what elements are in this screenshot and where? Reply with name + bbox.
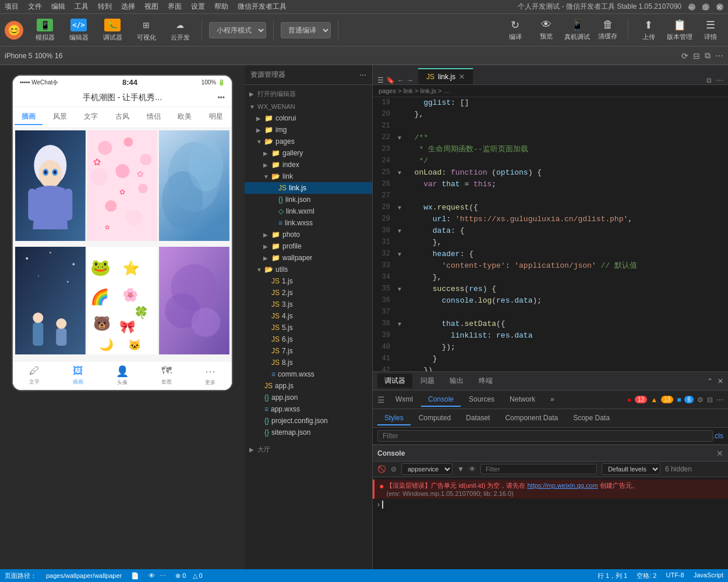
- file-link-wxml[interactable]: ◇ link.wxml: [245, 205, 372, 217]
- menu-item-settings[interactable]: 设置: [191, 2, 205, 12]
- menu-item-wechat[interactable]: 微信开发者工具: [238, 2, 287, 12]
- opened-editors-section[interactable]: ▶ 打开的编辑器: [245, 87, 372, 101]
- clean-cache-button[interactable]: 🗑 清缓存: [595, 19, 621, 41]
- avatar[interactable]: 😊: [5, 21, 23, 40]
- status-eye-icon[interactable]: 👁: [149, 572, 155, 579]
- console-clear-icon[interactable]: ⊘: [391, 465, 397, 473]
- inner-tab-sources[interactable]: Sources: [462, 393, 501, 407]
- style-tab-styles[interactable]: Styles: [377, 411, 411, 425]
- menu-item-interface[interactable]: 界面: [168, 2, 182, 12]
- file-3js[interactable]: JS 3.js: [245, 299, 372, 310]
- tab-link-js[interactable]: JS link.js ✕: [418, 68, 473, 84]
- grid-cell-1[interactable]: [15, 130, 86, 241]
- project-section[interactable]: ▼ WX_WENAN: [245, 101, 372, 112]
- file-project-config[interactable]: {} project.config.json: [245, 415, 372, 427]
- folder-profile[interactable]: ▶ 📁 profile: [245, 240, 372, 252]
- version-mgmt-button[interactable]: 📋 版本管理: [666, 19, 692, 41]
- file-link-js[interactable]: JS link.js: [245, 182, 372, 194]
- compile-select[interactable]: 普通编译: [281, 22, 331, 38]
- file-comm-wxss[interactable]: ≡ comm.wxss: [245, 368, 372, 380]
- compile-button[interactable]: ↻ 编译: [502, 19, 528, 41]
- lobby-section[interactable]: ▶ 大厅: [245, 443, 372, 456]
- menu-item-tools[interactable]: 工具: [75, 2, 89, 12]
- file-tree-menu-icon[interactable]: ⋯: [359, 71, 366, 79]
- file-sitemap[interactable]: {} sitemap.json: [245, 427, 372, 438]
- maximize-button[interactable]: □: [702, 3, 709, 10]
- folder-utils[interactable]: ▼ 📂 utils: [245, 264, 372, 275]
- folder-colorui[interactable]: ▶ 📁 colorui: [245, 112, 372, 124]
- menu-item-file[interactable]: 文件: [28, 2, 42, 12]
- file-link-wxss[interactable]: ≡ link.wxss: [245, 217, 372, 229]
- tabbar-item-avatar[interactable]: 👤 头像: [116, 365, 129, 386]
- tabbar-item-text[interactable]: 🖊 文字: [29, 365, 40, 386]
- devtools-panel-icon[interactable]: ⊟: [707, 396, 713, 404]
- style-tab-scope-data[interactable]: Scope Data: [566, 411, 617, 425]
- phone-more-dots[interactable]: •••: [217, 94, 225, 102]
- grid-cell-2[interactable]: ✿ ✿ ✿ ✿: [87, 130, 158, 241]
- phone-nav[interactable]: 插画 风景 文字 古风 情侣 欧美 明星: [13, 107, 232, 128]
- devtools-tab-output[interactable]: 输出: [443, 374, 471, 388]
- simulator-button[interactable]: 📱 模拟器: [30, 16, 59, 44]
- menu-item-project[interactable]: 项目: [5, 2, 19, 12]
- file-6js[interactable]: JS 6.js: [245, 333, 372, 345]
- tab-back-icon[interactable]: ←: [397, 76, 404, 84]
- menu-item-goto[interactable]: 转到: [98, 2, 112, 12]
- menu-item-select[interactable]: 选择: [121, 2, 135, 12]
- style-tab-computed[interactable]: Computed: [412, 411, 458, 425]
- nav-item-text[interactable]: 文字: [77, 109, 105, 125]
- style-tab-dataset[interactable]: Dataset: [459, 411, 497, 425]
- console-cursor[interactable]: [382, 501, 383, 509]
- appservice-select[interactable]: appservice: [401, 463, 453, 475]
- inner-tab-more[interactable]: »: [543, 393, 561, 407]
- file-4js[interactable]: JS 4.js: [245, 310, 372, 322]
- folder-link[interactable]: ▼ 📂 link: [245, 171, 372, 182]
- status-more-icon[interactable]: ⋯: [160, 572, 166, 580]
- grid-cell-5[interactable]: 🐸 ⭐ 🌈 🌸 🍀 🐻 🎀 🌙 🐱: [87, 247, 158, 354]
- inner-tab-wxml[interactable]: Wxml: [388, 393, 420, 407]
- nav-item-couple[interactable]: 情侣: [140, 109, 168, 125]
- tabbar-item-map[interactable]: 🗺 套图: [161, 365, 172, 386]
- split-editor-icon[interactable]: ⧉: [706, 76, 712, 84]
- debugger-button[interactable]: 🐛 调试器: [98, 16, 127, 44]
- preview-button[interactable]: 👁 预览: [533, 19, 559, 41]
- file-2js[interactable]: JS 2.js: [245, 287, 372, 299]
- grid-cell-3[interactable]: [159, 130, 229, 241]
- folder-photo[interactable]: ▶ 📁 photo: [245, 229, 372, 240]
- inner-tab-network[interactable]: Network: [503, 393, 542, 407]
- mode-select[interactable]: 小程序模式: [209, 22, 266, 38]
- console-eye-icon[interactable]: 👁: [469, 465, 476, 473]
- file-8js[interactable]: JS 8.js: [245, 357, 372, 368]
- file-app-json[interactable]: {} app.json: [245, 392, 372, 403]
- visual-button[interactable]: ⊞ 可视化: [132, 16, 161, 44]
- inner-tab-console[interactable]: Console: [421, 393, 461, 407]
- tabbar-item-gallery[interactable]: 🖼 插画: [73, 365, 83, 386]
- grid-cell-4[interactable]: [15, 247, 86, 354]
- folder-img[interactable]: ▶ 📁 img: [245, 124, 372, 136]
- details-button[interactable]: ☰ 详情: [697, 19, 723, 41]
- cloud-button[interactable]: ☁ 云开发: [165, 16, 195, 44]
- editor-button[interactable]: </> 编辑器: [64, 16, 93, 44]
- nav-item-classical[interactable]: 古风: [108, 109, 136, 125]
- devtools-more2-icon[interactable]: ⋯: [716, 396, 723, 404]
- file-5js[interactable]: JS 5.js: [245, 322, 372, 333]
- console-dropdown-icon[interactable]: ▼: [457, 465, 464, 473]
- folder-index[interactable]: ▶ 📁 index: [245, 159, 372, 171]
- tab-forward-icon[interactable]: →: [407, 76, 414, 84]
- more-tabs-icon[interactable]: ⋯: [716, 76, 723, 84]
- rotate-icon[interactable]: ⟳: [681, 51, 688, 61]
- menu-item-help[interactable]: 帮助: [214, 2, 228, 12]
- nav-item-painting[interactable]: 插画: [15, 109, 43, 125]
- tab-close-icon[interactable]: ✕: [459, 73, 465, 81]
- console-filter-input[interactable]: [480, 464, 597, 474]
- real-machine-button[interactable]: 📱 真机调试: [564, 19, 590, 41]
- upload-button[interactable]: ⬆ 上传: [635, 19, 662, 41]
- grid-cell-6[interactable]: [159, 247, 229, 354]
- nav-item-scenery[interactable]: 风景: [46, 109, 74, 125]
- nav-item-star[interactable]: 明星: [202, 109, 230, 125]
- level-select[interactable]: Default levels: [602, 463, 660, 475]
- split-icon[interactable]: ⊟: [693, 51, 700, 61]
- status-file-icon[interactable]: 📄: [131, 572, 139, 580]
- file-7js[interactable]: JS 7.js: [245, 345, 372, 357]
- devtools-close-icon[interactable]: ✕: [718, 377, 723, 385]
- devtools-tab-problems[interactable]: 问题: [414, 374, 441, 388]
